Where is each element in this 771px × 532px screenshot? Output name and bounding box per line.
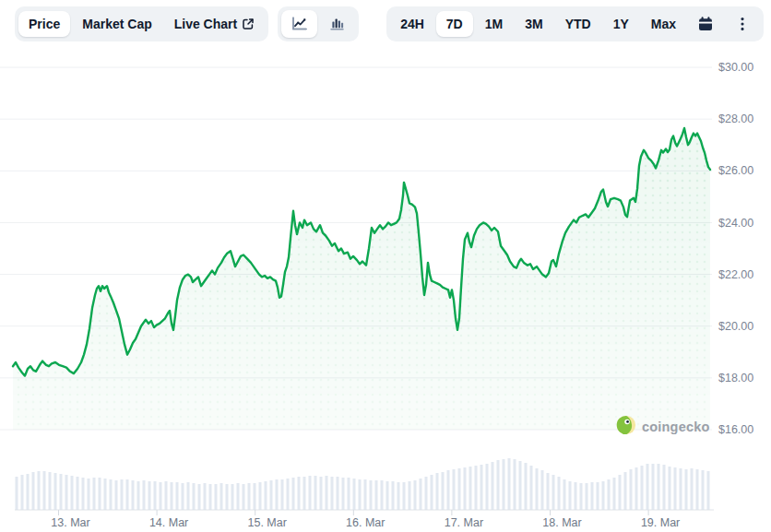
y-tick-label: $26.00 [718, 164, 753, 177]
range-tab-24h[interactable]: 24H [390, 11, 434, 37]
view-tab-live-chart[interactable]: Live Chart [164, 11, 265, 37]
range-tab-7d-label: 7D [446, 18, 463, 30]
x-tick-label: 19. Mar [641, 516, 680, 529]
calendar-icon [696, 15, 715, 33]
range-tab-1y[interactable]: 1Y [603, 11, 639, 37]
x-axis-ticks [59, 510, 649, 515]
view-tab-market-cap-label: Market Cap [82, 18, 151, 30]
y-tick-label: $24.00 [718, 217, 753, 230]
range-tabs-segment: 24H7D1M3MYTD1YMax [386, 6, 764, 41]
range-tab-1y-label: 1Y [613, 18, 629, 30]
range-tab-3m-label: 3M [525, 18, 542, 30]
x-tick-label: 17. Mar [445, 516, 483, 529]
y-tick-label: $28.00 [718, 112, 753, 125]
y-tick-label: $30.00 [718, 61, 753, 74]
bar-chart-icon [327, 15, 347, 33]
kebab-menu-icon [733, 15, 752, 33]
x-tick-label: 13. Mar [51, 516, 89, 529]
range-tab-7d[interactable]: 7D [436, 11, 473, 37]
bar-chart-toggle[interactable] [319, 10, 355, 38]
y-tick-label: $20.00 [718, 320, 753, 333]
range-tab-max[interactable]: Max [641, 11, 686, 37]
range-tab-24h-label: 24H [400, 18, 424, 30]
more-options-button[interactable] [725, 10, 760, 38]
view-tab-price[interactable]: Price [18, 11, 70, 37]
volume-bars [16, 458, 710, 510]
range-tab-3m[interactable]: 3M [515, 11, 552, 37]
view-tab-price-label: Price [29, 18, 60, 30]
view-tab-live-chart-label: Live Chart [174, 18, 237, 30]
chart-type-segment [278, 6, 359, 41]
y-tick-label: $16.00 [718, 423, 753, 436]
price-chart[interactable]: $30.00$28.00$26.00$24.00$22.00$20.00$18.… [0, 0, 771, 532]
calendar-button[interactable] [688, 10, 723, 38]
range-tab-1m-label: 1M [485, 18, 503, 30]
x-axis-labels: 13. Mar14. Mar15. Mar16. Mar17. Mar18. M… [51, 516, 680, 529]
coingecko-gecko-icon [616, 415, 636, 439]
y-axis-labels: $30.00$28.00$26.00$24.00$22.00$20.00$18.… [718, 61, 753, 436]
price-area-fill [13, 128, 710, 430]
y-tick-label: $22.00 [718, 268, 753, 281]
toolbar-left-group: PriceMarket CapLive Chart [15, 6, 359, 41]
watermark-brand-text: coingecko [642, 420, 710, 434]
view-tabs-segment: PriceMarket CapLive Chart [15, 6, 268, 41]
range-tab-1m[interactable]: 1M [475, 11, 513, 37]
x-tick-label: 16. Mar [346, 516, 385, 529]
range-tab-ytd-label: YTD [565, 18, 591, 30]
view-tab-market-cap[interactable]: Market Cap [72, 11, 161, 37]
line-chart-toggle[interactable] [281, 10, 317, 38]
range-tab-ytd[interactable]: YTD [555, 11, 601, 37]
external-link-icon [242, 18, 255, 30]
x-tick-label: 18. Mar [542, 516, 581, 529]
x-tick-label: 14. Mar [149, 516, 188, 529]
range-tab-max-label: Max [651, 18, 676, 30]
chart-toolbar: PriceMarket CapLive Chart 24H7D1M3MYTD1Y… [0, 6, 771, 41]
line-chart-icon [290, 15, 309, 33]
x-tick-label: 15. Mar [248, 516, 287, 529]
y-tick-label: $18.00 [718, 372, 753, 384]
coingecko-watermark: coingecko [616, 415, 710, 439]
